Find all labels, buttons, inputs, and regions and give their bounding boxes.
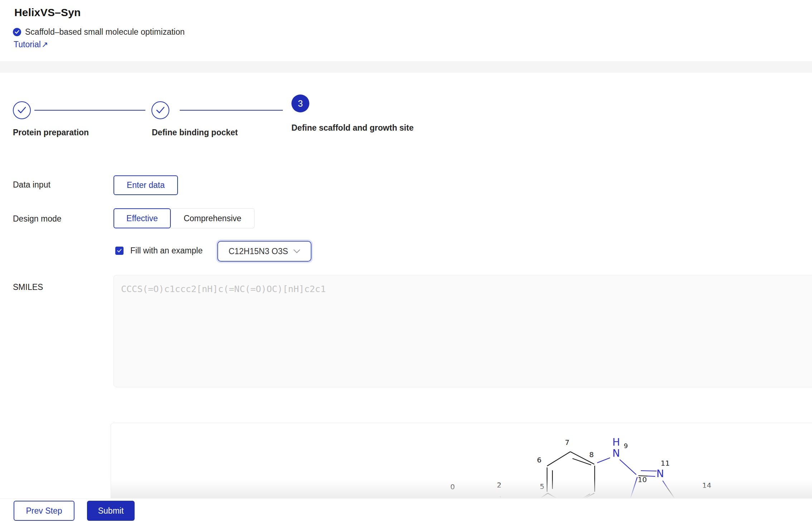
- step-circle-3-active: 3: [291, 94, 309, 112]
- svg-text:0: 0: [450, 482, 455, 491]
- enter-data-button[interactable]: Enter data: [113, 175, 178, 195]
- step-label-protein-preparation: Protein preparation: [13, 128, 89, 137]
- molecule-svg: 025678H9N10N1114: [430, 423, 752, 498]
- svg-text:11: 11: [661, 459, 670, 467]
- subtitle-text: Scaffold–based small molecule optimizati…: [25, 27, 185, 37]
- submit-button[interactable]: Submit: [87, 501, 135, 521]
- tutorial-label: Tutorial: [14, 40, 41, 49]
- design-mode-label: Design mode: [13, 214, 62, 224]
- fill-example-row: Fill with an example: [115, 246, 203, 256]
- step-label-define-binding-pocket: Define binding pocket: [152, 128, 238, 137]
- fill-example-checkbox[interactable]: [115, 247, 124, 255]
- svg-text:H: H: [612, 436, 620, 448]
- check-icon: [117, 249, 122, 253]
- step-label-define-scaffold: Define scaffold and growth site: [291, 121, 417, 135]
- external-link-arrow-icon: ↗: [42, 40, 48, 49]
- chevron-down-icon: [293, 249, 300, 253]
- check-icon: [17, 106, 26, 114]
- svg-text:5: 5: [540, 482, 545, 491]
- design-mode-segmented-control: Effective Comprehensive: [113, 208, 255, 228]
- step-number: 3: [298, 98, 303, 109]
- svg-text:10: 10: [638, 475, 647, 484]
- svg-text:9: 9: [624, 442, 628, 450]
- svg-text:N: N: [613, 447, 620, 459]
- design-mode-option-comprehensive[interactable]: Comprehensive: [171, 208, 255, 228]
- example-select[interactable]: C12H15N3 O3S: [217, 241, 311, 262]
- page-title: HelixVS–Syn: [14, 6, 81, 19]
- step-circle-2-done: [151, 101, 169, 119]
- example-select-value: C12H15N3 O3S: [228, 247, 288, 256]
- smiles-input[interactable]: [113, 275, 812, 387]
- check-icon: [156, 106, 165, 114]
- svg-text:6: 6: [537, 456, 542, 464]
- design-mode-option-effective[interactable]: Effective: [113, 208, 171, 228]
- svg-text:14: 14: [702, 481, 711, 490]
- check-badge-icon: [13, 28, 21, 36]
- svg-text:7: 7: [565, 438, 570, 447]
- subtitle-row: Scaffold–based small molecule optimizati…: [13, 27, 185, 37]
- svg-text:8: 8: [589, 450, 594, 459]
- data-input-label: Data input: [13, 180, 50, 190]
- prev-step-button[interactable]: Prev Step: [14, 501, 74, 521]
- fill-example-label: Fill with an example: [130, 246, 203, 256]
- step-connector-1: [34, 110, 145, 111]
- smiles-label: SMILES: [13, 282, 43, 292]
- step-connector-2: [180, 110, 283, 111]
- tutorial-link[interactable]: Tutorial↗: [14, 40, 48, 49]
- svg-text:N: N: [657, 468, 664, 480]
- step-circle-1-done: [13, 101, 31, 119]
- section-divider-band: [0, 61, 812, 73]
- svg-text:2: 2: [497, 481, 502, 489]
